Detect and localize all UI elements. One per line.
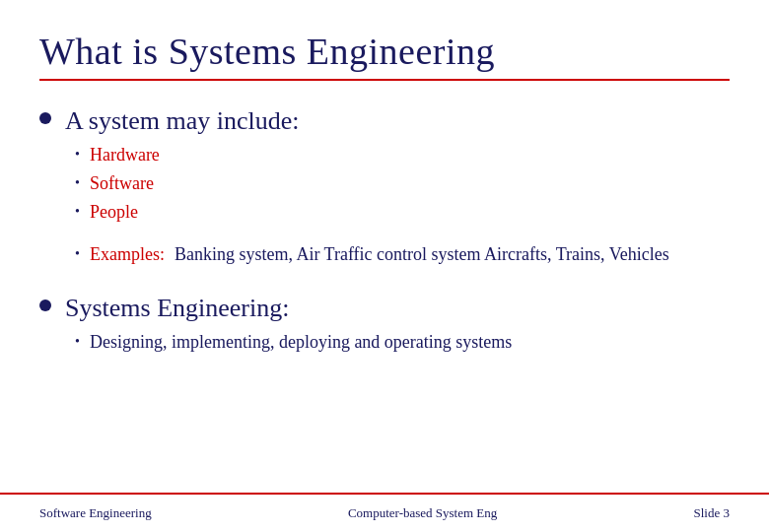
bullet-heading-1: A system may include: <box>65 106 730 136</box>
examples-bullet: • Examples: Banking system, Air Traffic … <box>75 241 730 268</box>
sub-bullet-dot: • <box>75 144 80 165</box>
examples-label: Examples: <box>90 241 165 268</box>
footer-right: Slide 3 <box>694 505 730 521</box>
software-label: Software <box>90 170 154 197</box>
title-underline <box>39 79 730 81</box>
hardware-label: Hardware <box>90 142 160 168</box>
bullet-content-2: Systems Engineering: • Designing, implem… <box>65 294 730 356</box>
content-area: A system may include: • Hardware • Softw… <box>39 106 730 483</box>
title-area: What is Systems Engineering <box>39 30 730 99</box>
sub-bullet-people: • People <box>75 199 730 226</box>
bullet-dot-2 <box>39 299 51 311</box>
slide: What is Systems Engineering A system may… <box>0 0 769 532</box>
examples-bullets: • Examples: Banking system, Air Traffic … <box>75 235 730 268</box>
footer-left: Software Engineering <box>39 505 152 521</box>
designing-text: Designing, implementing, deploying and o… <box>90 329 512 356</box>
slide-title: What is Systems Engineering <box>39 30 730 73</box>
sub-bullet-software: • Software <box>75 170 730 197</box>
bullet-content-1: A system may include: • Hardware • Softw… <box>65 106 730 268</box>
people-label: People <box>90 199 138 226</box>
sub-bullet-designing: • Designing, implementing, deploying and… <box>75 329 730 356</box>
sub-bullets-1: • Hardware • Software • People <box>75 142 730 226</box>
sub-bullet-dot-2: • <box>75 331 80 352</box>
sub-bullet-dot: • <box>75 201 80 222</box>
sub-bullet-dot: • <box>75 172 80 193</box>
sub-bullets-2: • Designing, implementing, deploying and… <box>75 329 730 356</box>
footer-center: Computer-based System Eng <box>348 505 497 521</box>
bullet-section-2: Systems Engineering: • Designing, implem… <box>39 294 730 356</box>
sub-bullet-dot-examples: • <box>75 243 80 264</box>
examples-text: Banking system, Air Traffic control syst… <box>175 241 669 268</box>
bullet-section-1: A system may include: • Hardware • Softw… <box>39 106 730 268</box>
bullet-heading-2: Systems Engineering: <box>65 294 730 323</box>
bullet-dot-1 <box>39 112 51 124</box>
footer: Software Engineering Computer-based Syst… <box>0 493 769 532</box>
sub-bullet-hardware: • Hardware <box>75 142 730 168</box>
